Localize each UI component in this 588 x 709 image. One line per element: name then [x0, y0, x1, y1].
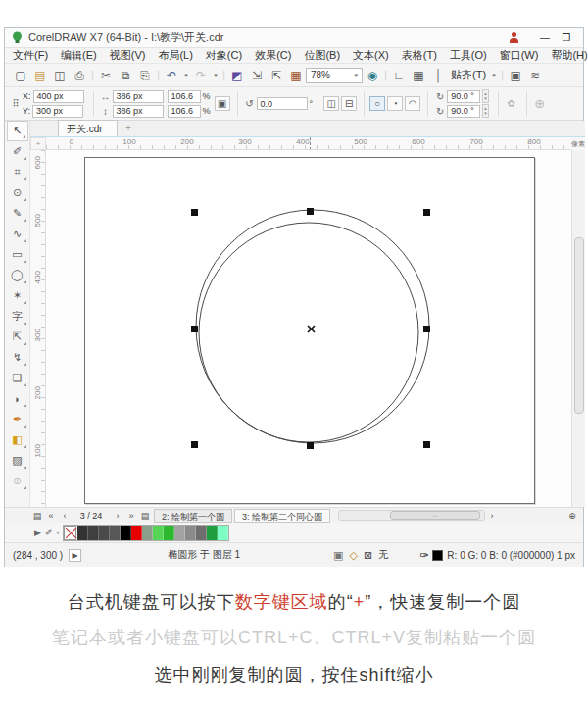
mirror-horizontal-button[interactable]: ◫ — [323, 96, 339, 111]
color-swatch-13[interactable] — [218, 526, 228, 540]
arc-mode-button[interactable]: ◠ — [405, 96, 420, 111]
show-guidelines-icon[interactable]: ┼ — [428, 66, 448, 85]
ellipse-mode-button[interactable]: ○ — [369, 96, 385, 111]
horizontal-scrollbar-thumb[interactable]: ⋯ — [390, 511, 480, 520]
menu-item-4[interactable]: 对象(C) — [206, 48, 242, 63]
zoom-tool-icon[interactable]: ⊙ — [7, 182, 28, 203]
menu-item-9[interactable]: 工具(O) — [450, 48, 487, 63]
menu-item-0[interactable]: 文件(F) — [13, 48, 48, 63]
polygon-tool-icon[interactable]: ✶ — [7, 285, 28, 306]
ruler-origin-button[interactable]: + — [30, 137, 46, 150]
horizontal-ruler[interactable]: 0100200300400500600700800 — [46, 137, 571, 150]
last-page-button[interactable]: » — [124, 511, 138, 521]
export-icon[interactable]: ⇱ — [267, 66, 286, 85]
launcher-icon[interactable]: ≋ — [525, 66, 545, 85]
vertical-scrollbar[interactable] — [571, 150, 585, 507]
crop-tool-icon[interactable]: ⌗ — [7, 162, 28, 182]
color-swatch-3[interactable] — [110, 526, 121, 540]
object-height-field[interactable]: 386 px — [113, 105, 164, 118]
page-tab-3[interactable]: 3: 绘制第二个同心圆 — [234, 509, 330, 523]
convert-to-curves-button[interactable]: ✿ — [504, 96, 519, 111]
undo-dropdown-icon[interactable]: ▾ — [181, 66, 191, 85]
add-page-icon[interactable]: ▤ — [138, 511, 152, 521]
x-position-field[interactable]: 400 px — [33, 90, 84, 103]
color-swatch-1[interactable] — [88, 526, 99, 540]
menu-item-3[interactable]: 布局(L) — [158, 48, 192, 63]
spinner-control[interactable]: ▴▾ — [482, 89, 489, 103]
spin-down-icon[interactable]: ▾ — [484, 111, 487, 116]
add-document-icon[interactable]: ＋ — [123, 121, 133, 136]
publish-pdf-icon[interactable]: ▦ — [286, 66, 306, 85]
pan-zoom-icon[interactable]: ⊕ — [565, 511, 579, 521]
open-icon[interactable]: ▤ — [30, 66, 50, 85]
color-swatch-9[interactable] — [174, 526, 185, 540]
maximize-button[interactable]: ❒ — [556, 32, 577, 43]
snap-to-dropdown[interactable]: 贴齐(T) — [448, 68, 489, 82]
start-angle-field[interactable]: 90.0 ° — [447, 90, 480, 103]
vertical-ruler[interactable]: 6005004003002001000 — [30, 150, 46, 507]
lock-ratio-button[interactable]: ▣ — [215, 96, 230, 111]
y-position-field[interactable]: 300 px — [32, 105, 83, 118]
horizontal-scrollbar[interactable]: ⋯ — [338, 510, 485, 521]
menu-item-2[interactable]: 视图(V) — [110, 48, 146, 63]
drop-shadow-tool-icon[interactable]: ❏ — [7, 368, 28, 388]
artistic-media-tool-icon[interactable]: ∿ — [7, 224, 28, 244]
freehand-tool-icon[interactable]: ✎ — [7, 203, 28, 224]
minimize-button[interactable]: — — [534, 32, 556, 43]
shape-tool-icon[interactable]: ✐ — [7, 141, 28, 162]
account-icon[interactable] — [508, 31, 520, 44]
canvas-viewport[interactable] — [46, 150, 571, 507]
vertical-scrollbar-thumb[interactable] — [574, 237, 584, 414]
color-swatch-12[interactable] — [207, 526, 218, 540]
document-properties-icon[interactable]: ▣ — [333, 549, 343, 562]
outline-pen-tool-icon[interactable]: ✒ — [7, 409, 28, 430]
document-tab[interactable]: 开关.cdr — [58, 120, 118, 136]
coords-flyout-button[interactable]: ▶ — [69, 549, 81, 562]
fill-tool-icon[interactable]: ◧ — [7, 430, 28, 450]
dimension-tool-icon[interactable]: ⇱ — [7, 327, 28, 347]
new-document-icon[interactable]: ▢ — [11, 66, 30, 85]
menu-item-1[interactable]: 编辑(E) — [61, 48, 97, 63]
pan-target-tool-icon[interactable]: ⊕ — [7, 471, 28, 491]
color-swatch-5[interactable] — [131, 526, 142, 540]
connector-tool-icon[interactable]: ↯ — [7, 347, 28, 368]
pie-mode-button[interactable]: ◔ — [387, 96, 403, 111]
end-angle-field[interactable]: 90.0 ° — [447, 105, 480, 118]
menu-item-8[interactable]: 表格(T) — [402, 48, 437, 63]
spin-down-icon[interactable]: ▾ — [484, 96, 487, 101]
rotation-angle-field[interactable]: 0.0 — [257, 97, 308, 110]
search-content-icon[interactable]: ◩ — [227, 66, 247, 85]
menu-item-5[interactable]: 效果(C) — [255, 48, 291, 63]
ellipse-tool-icon[interactable]: ◯ — [7, 265, 28, 285]
palette-scroll-left-icon[interactable]: ‹ — [56, 528, 59, 537]
interactive-fill-tool-icon[interactable]: ▨ — [7, 450, 28, 471]
previous-page-button[interactable]: ‹ — [58, 511, 72, 521]
rectangle-tool-icon[interactable]: ▭ — [7, 244, 28, 265]
print-icon[interactable]: ⎙ — [70, 66, 89, 85]
cut-icon[interactable]: ✂ — [96, 66, 116, 85]
scroll-right-button[interactable]: › — [485, 511, 499, 521]
scale-h-field[interactable]: 106.6 — [168, 90, 201, 103]
color-swatch-6[interactable] — [142, 526, 153, 540]
color-swatch-7[interactable] — [153, 526, 164, 540]
color-swatch-8[interactable] — [164, 526, 174, 540]
eyedropper-tool-icon[interactable]: ◗ — [7, 388, 28, 409]
show-grid-icon[interactable]: ▦ — [409, 66, 428, 85]
redo-icon[interactable]: ↷ — [191, 66, 211, 85]
undo-icon[interactable]: ↶ — [162, 66, 181, 85]
palette-flyout-icon[interactable]: ▶ — [34, 528, 41, 537]
menu-item-7[interactable]: 文本(X) — [353, 48, 389, 63]
options-icon[interactable]: ▣ — [506, 66, 525, 85]
redo-dropdown-icon[interactable]: ▾ — [211, 66, 220, 85]
scale-v-field[interactable]: 106.6 — [168, 105, 201, 118]
first-page-button[interactable]: « — [44, 511, 58, 521]
save-icon[interactable]: ◫ — [50, 66, 70, 85]
page-tab-2[interactable]: 2: 绘制第一个圆 — [154, 509, 232, 523]
text-tool-icon[interactable]: 字 — [7, 306, 28, 327]
menu-item-10[interactable]: 窗口(W) — [500, 48, 539, 63]
menu-item-11[interactable]: 帮助(H) — [551, 48, 587, 63]
spinner-control[interactable]: ▴▾ — [482, 104, 489, 118]
mirror-vertical-button[interactable]: ⊟ — [341, 96, 357, 111]
target-button[interactable]: ⊕ — [532, 96, 548, 111]
color-swatch-2[interactable] — [99, 526, 110, 540]
